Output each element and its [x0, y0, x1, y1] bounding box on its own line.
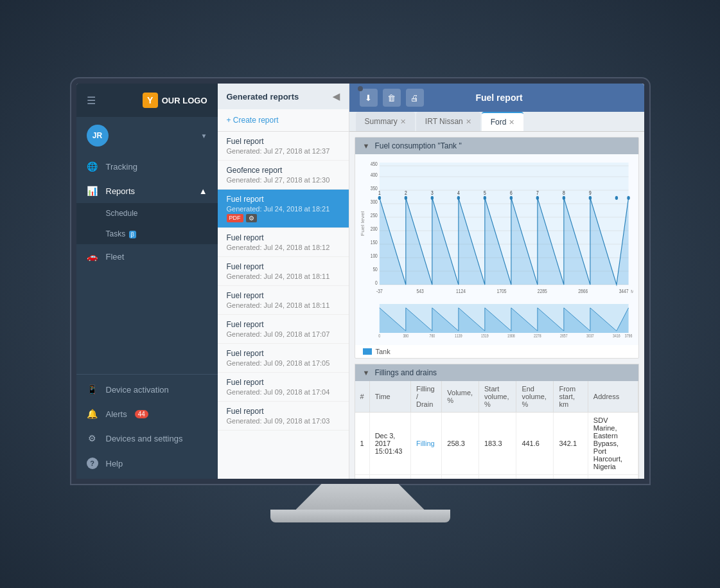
- svg-text:350: 350: [370, 185, 378, 192]
- filling-link[interactable]: Filling: [416, 440, 435, 447]
- svg-text:2278: 2278: [534, 333, 541, 338]
- pdf-button[interactable]: PDF: [227, 214, 243, 222]
- reports-panel-title: Generated reports: [227, 92, 299, 102]
- main-scroll[interactable]: ▼ Fuel consumption "Tank " 0 50: [349, 132, 644, 479]
- cell-type: Filling: [411, 413, 442, 475]
- tab-ford-close[interactable]: ✕: [509, 118, 514, 127]
- sidebar-item-reports[interactable]: 📊 Reports ▲: [76, 179, 218, 203]
- svg-point-30: [588, 196, 591, 200]
- tab-irt-nissan[interactable]: IRT Nissan ✕: [416, 112, 480, 131]
- tab-irt-nissan-close[interactable]: ✕: [466, 118, 471, 126]
- col-header-volume: Volume, %: [442, 381, 479, 413]
- sidebar-item-tasks[interactable]: Tasks β: [76, 224, 218, 244]
- sidebar-item-tracking[interactable]: 🌐 Tracking: [76, 154, 218, 179]
- report-item[interactable]: Fuel report Generated: Jul 09, 2018 at 1…: [218, 402, 349, 431]
- sidebar-item-alerts[interactable]: 🔔 Alerts 44: [76, 402, 218, 426]
- report-date: Generated: Jul 09, 2018 at 17:05: [227, 359, 340, 367]
- report-date: Generated: Jul 27, 2018 at 12:37: [227, 147, 340, 155]
- cell-end: 442.5: [516, 475, 554, 479]
- report-item[interactable]: Fuel report Generated: Jul 24, 2018 at 1…: [218, 228, 349, 257]
- cell-address: SDV Marine, Eastern Bypass, Port Harcour…: [588, 413, 638, 475]
- report-item[interactable]: Fuel report Generated: Jul 09, 2018 at 1…: [218, 344, 349, 373]
- create-report-button[interactable]: + Create report: [218, 109, 349, 132]
- tab-summary[interactable]: Summary ✕: [356, 112, 415, 131]
- sidebar-item-fleet[interactable]: 🚗 Fleet: [76, 244, 218, 269]
- svg-text:3037: 3037: [586, 333, 594, 338]
- report-name: Geofence report: [227, 166, 340, 175]
- svg-text:0: 0: [375, 280, 378, 286]
- download-button[interactable]: ⬇: [360, 89, 378, 107]
- gear-button[interactable]: ⚙: [246, 214, 257, 222]
- tab-ford[interactable]: Ford ✕: [482, 112, 524, 131]
- fleet-icon: 🚗: [87, 251, 98, 262]
- delete-button[interactable]: 🗑: [383, 89, 401, 107]
- svg-text:1519: 1519: [481, 333, 489, 338]
- sidebar-user[interactable]: JR ▼: [76, 117, 218, 154]
- chart-collapse-btn[interactable]: ▼: [363, 142, 370, 150]
- report-name: Fuel report: [227, 137, 340, 146]
- cell-from-start: 788.6: [554, 475, 588, 479]
- avatar: JR: [87, 125, 109, 147]
- sidebar-bottom: 📱 Device activation 🔔 Alerts 44 ⚙ Device…: [76, 374, 218, 479]
- cell-volume: 258.3: [442, 413, 479, 475]
- report-item[interactable]: Geofence report Generated: Jul 27, 2018 …: [218, 161, 349, 190]
- report-name: Fuel report: [227, 349, 340, 358]
- svg-text:3796: 3796: [624, 333, 632, 338]
- sidebar-item-devices-settings[interactable]: ⚙ Devices and settings: [76, 426, 218, 450]
- svg-text:760: 760: [429, 333, 435, 338]
- svg-point-32: [627, 196, 629, 200]
- sidebar-item-schedule[interactable]: Schedule: [76, 203, 218, 224]
- chart-legend: Tank: [355, 345, 638, 358]
- col-header-type: Filling / Drain: [411, 381, 442, 413]
- svg-text:1: 1: [378, 190, 380, 196]
- reports-icon: 📊: [87, 186, 98, 196]
- table-collapse-btn[interactable]: ▼: [363, 369, 370, 377]
- tab-summary-close[interactable]: ✕: [400, 118, 406, 126]
- svg-text:1139: 1139: [455, 333, 462, 338]
- svg-text:4: 4: [457, 190, 459, 196]
- report-item[interactable]: Fuel report Generated: Jul 09, 2018 at 1…: [218, 315, 349, 344]
- cell-time: Dec 3, 2017 15:01:43: [369, 413, 410, 475]
- header-actions: ⬇ 🗑 🖨: [360, 89, 424, 107]
- chart-section-header: ▼ Fuel consumption "Tank ": [355, 138, 638, 154]
- reports-panel-header: Generated reports ◀: [218, 84, 349, 109]
- report-date: Generated: Jul 24, 2018 at 18:12: [227, 244, 340, 251]
- device-icon: 📱: [87, 384, 98, 395]
- report-item[interactable]: Fuel report Generated: Jul 09, 2018 at 1…: [218, 373, 349, 402]
- svg-text:5: 5: [483, 190, 486, 196]
- sidebar-item-help[interactable]: ? Help: [76, 450, 218, 476]
- sidebar-item-device-activation[interactable]: 📱 Device activation: [76, 377, 218, 402]
- logo-icon: Y: [143, 93, 158, 108]
- sidebar: ☰ Y OUR LOGO JR ▼ 🌐 Tracking: [76, 84, 218, 479]
- hamburger-icon[interactable]: ☰: [87, 94, 96, 107]
- svg-point-28: [536, 196, 538, 200]
- svg-text:250: 250: [370, 212, 378, 218]
- report-item[interactable]: Fuel report Generated: Jul 24, 2018 at 1…: [218, 286, 349, 315]
- table-section-header: ▼ Fillings and drains: [355, 364, 638, 381]
- report-item-active[interactable]: Fuel report Generated: Jul 24, 2018 at 1…: [218, 190, 349, 228]
- tab-summary-label: Summary: [365, 117, 398, 126]
- svg-text:9: 9: [589, 190, 592, 196]
- report-item[interactable]: Fuel report Generated: Jul 27, 2018 at 1…: [218, 132, 349, 161]
- collapse-panel-btn[interactable]: ◀: [333, 91, 340, 102]
- tabs-bar: Summary ✕ IRT Nissan ✕ Ford ✕: [349, 112, 644, 132]
- svg-point-31: [615, 196, 617, 200]
- svg-point-24: [430, 196, 433, 200]
- svg-text:0: 0: [378, 333, 380, 338]
- alerts-icon: 🔔: [87, 409, 98, 419]
- svg-point-29: [562, 196, 565, 200]
- report-name: Fuel report: [227, 320, 340, 329]
- svg-text:400: 400: [370, 172, 378, 178]
- sidebar-item-label-alerts: Alerts: [106, 409, 127, 419]
- cell-volume: 262.9: [442, 475, 479, 479]
- svg-text:2866: 2866: [578, 288, 588, 294]
- user-dropdown-arrow: ▼: [201, 132, 207, 139]
- cell-start: 183.3: [479, 413, 516, 475]
- report-item[interactable]: Fuel report Generated: Jul 24, 2018 at 1…: [218, 257, 349, 286]
- cell-num: 1: [355, 413, 370, 475]
- report-date: Generated: Jul 24, 2018 at 18:11: [227, 301, 340, 309]
- print-button[interactable]: 🖨: [406, 89, 424, 107]
- report-name: Fuel report: [227, 233, 340, 242]
- report-date: Generated: Jul 09, 2018 at 17:07: [227, 330, 340, 338]
- svg-point-22: [378, 196, 380, 200]
